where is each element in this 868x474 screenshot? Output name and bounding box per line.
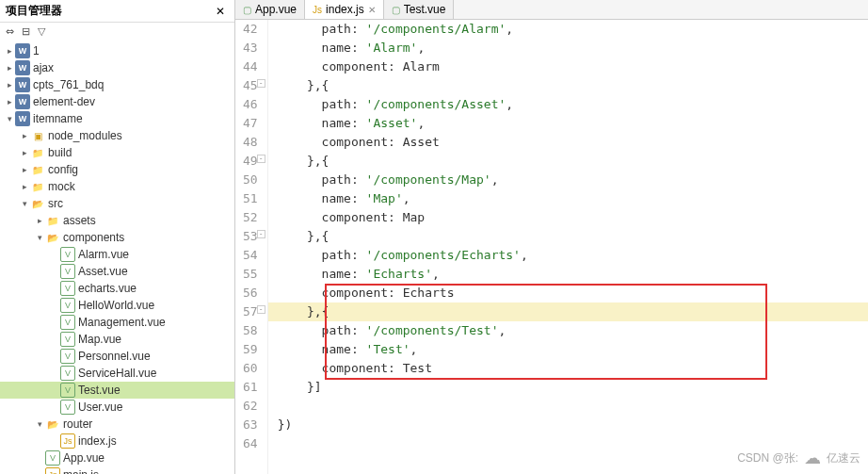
twisty-icon[interactable]: ▾ <box>34 233 45 242</box>
code-line[interactable]: path: '/components/Echarts', <box>268 246 868 265</box>
code-line[interactable]: },{ <box>268 302 868 321</box>
tree-item-label: Alarm.vue <box>78 248 129 261</box>
tree-item[interactable]: ▸Welement-dev <box>0 93 234 110</box>
twisty-icon[interactable]: ▸ <box>19 148 30 157</box>
tree-item[interactable]: Vecharts.vue <box>0 280 234 297</box>
line-number: 42 <box>243 20 258 39</box>
tab-label: index.js <box>326 3 364 16</box>
tree-item-label: router <box>63 417 92 431</box>
tree-item[interactable]: VPersonnel.vue <box>0 348 234 365</box>
code-line[interactable]: name: 'Echarts', <box>268 265 868 284</box>
code-line[interactable]: },{ <box>268 76 868 95</box>
menu-icon[interactable]: ▽ <box>38 25 45 38</box>
code-line[interactable]: },{ <box>268 227 868 246</box>
code-line[interactable]: path: '/components/Alarm', <box>268 20 868 39</box>
tree-item-label: components <box>63 231 124 244</box>
js-icon: Js <box>313 5 322 15</box>
code-line[interactable] <box>268 397 868 416</box>
line-number: 56 <box>243 284 258 302</box>
code-lines[interactable]: path: '/components/Alarm', name: 'Alarm'… <box>268 20 868 474</box>
code-line[interactable]: component: Echarts <box>268 284 868 302</box>
twisty-icon[interactable]: ▾ <box>19 199 30 208</box>
project-explorer: 项目管理器 ✕ ⇔ ⊟ ▽ ▸W1▸Wajax▸Wcpts_761_bdq▸We… <box>0 0 235 474</box>
editor-tab[interactable]: ▢Test.vue <box>384 0 455 19</box>
code-line[interactable]: }] <box>268 378 868 397</box>
tree-item[interactable]: ▸📁assets <box>0 212 234 229</box>
code-line[interactable]: component: Test <box>268 359 868 378</box>
code-line[interactable]: component: Map <box>268 208 868 227</box>
tree-item-label: assets <box>63 214 96 227</box>
cloud-icon: ☁ <box>804 448 821 468</box>
collapse-icon[interactable]: ⊟ <box>22 25 30 38</box>
code-line[interactable]: component: Asset <box>268 133 868 152</box>
link-icon[interactable]: ⇔ <box>6 25 14 38</box>
tree-item[interactable]: ▾Witemname <box>0 110 234 127</box>
dirty-icon: ✕ <box>368 5 376 15</box>
fold-icon[interactable]: - <box>257 230 265 238</box>
code-line[interactable]: path: '/components/Test', <box>268 321 868 340</box>
tree-item[interactable]: ▸Wajax <box>0 59 234 76</box>
twisty-icon[interactable]: ▸ <box>19 131 30 140</box>
tree-item[interactable]: ▾📂src <box>0 195 234 212</box>
line-number: 54 <box>243 246 258 265</box>
fold-icon[interactable]: - <box>257 79 265 88</box>
tree-item[interactable]: ▸📁mock <box>0 178 234 195</box>
tree-item[interactable]: Jsindex.js <box>0 433 234 449</box>
tree-item-label: App.vue <box>63 451 104 465</box>
code-line[interactable]: },{ <box>268 152 868 171</box>
tree-item[interactable]: VManagement.vue <box>0 314 234 331</box>
twisty-icon[interactable]: ▸ <box>19 182 30 191</box>
tree-item-label: build <box>48 146 72 159</box>
code-line[interactable]: }) <box>268 416 868 434</box>
code-line[interactable]: path: '/components/Map', <box>268 171 868 189</box>
tab-label: App.vue <box>255 3 297 16</box>
tree-item[interactable]: VAsset.vue <box>0 263 234 280</box>
fold-icon[interactable]: - <box>257 305 265 314</box>
code-line[interactable]: name: 'Test', <box>268 340 868 359</box>
vue-icon: ▢ <box>392 5 400 15</box>
tree-item[interactable]: ▸▣node_modules <box>0 127 234 144</box>
code-line[interactable]: name: 'Map', <box>268 189 868 208</box>
tree-item[interactable]: VAlarm.vue <box>0 246 234 263</box>
twisty-icon[interactable]: ▸ <box>4 46 15 56</box>
tree-item-label: 1 <box>33 44 40 57</box>
fold-icon[interactable]: - <box>257 155 265 163</box>
tree-item[interactable]: ▸📁build <box>0 144 234 161</box>
code-line[interactable]: name: 'Alarm', <box>268 39 868 57</box>
tree-item[interactable]: VHelloWorld.vue <box>0 297 234 314</box>
code-line[interactable]: name: 'Asset', <box>268 114 868 133</box>
line-number: 46 <box>243 95 258 114</box>
editor-tab[interactable]: ▢App.vue <box>235 0 305 19</box>
tree-item[interactable]: VUser.vue <box>0 399 234 416</box>
tree-item[interactable]: VTest.vue <box>0 382 234 399</box>
file-tree[interactable]: ▸W1▸Wajax▸Wcpts_761_bdq▸Welement-dev▾Wit… <box>0 41 234 474</box>
code-area[interactable]: 42434445-46474849-50515253-54555657-5859… <box>235 20 868 474</box>
watermark-right: 亿速云 <box>827 450 860 466</box>
twisty-icon[interactable]: ▸ <box>4 63 15 73</box>
tree-item[interactable]: ▸Wcpts_761_bdq <box>0 76 234 93</box>
tree-item[interactable]: VServiceHall.vue <box>0 365 234 382</box>
tree-item[interactable]: VMap.vue <box>0 331 234 348</box>
tree-item[interactable]: ▾📂router <box>0 416 234 433</box>
twisty-icon[interactable]: ▾ <box>4 114 15 123</box>
close-icon[interactable]: ✕ <box>212 5 229 18</box>
tree-item[interactable]: Jsmain.js <box>0 466 234 474</box>
twisty-icon[interactable]: ▸ <box>34 216 45 225</box>
tree-item[interactable]: ▸📁config <box>0 161 234 178</box>
code-line[interactable]: component: Alarm <box>268 57 868 76</box>
twisty-icon[interactable]: ▾ <box>34 419 45 429</box>
tree-item[interactable]: ▸W1 <box>0 42 234 59</box>
tree-item-label: HelloWorld.vue <box>78 299 154 312</box>
twisty-icon[interactable]: ▸ <box>4 80 15 90</box>
code-line[interactable]: path: '/components/Asset', <box>268 95 868 114</box>
line-number: 53- <box>243 227 258 246</box>
tree-item-label: Map.vue <box>78 333 121 346</box>
tree-item[interactable]: ▾📂components <box>0 229 234 246</box>
twisty-icon[interactable]: ▸ <box>4 97 15 106</box>
tree-item-label: Management.vue <box>78 316 166 329</box>
line-number: 55 <box>243 265 258 284</box>
twisty-icon[interactable]: ▸ <box>19 165 30 174</box>
line-number: 58 <box>243 321 258 340</box>
tree-item[interactable]: VApp.vue <box>0 449 234 466</box>
editor-tab[interactable]: Jsindex.js ✕ <box>305 0 384 19</box>
